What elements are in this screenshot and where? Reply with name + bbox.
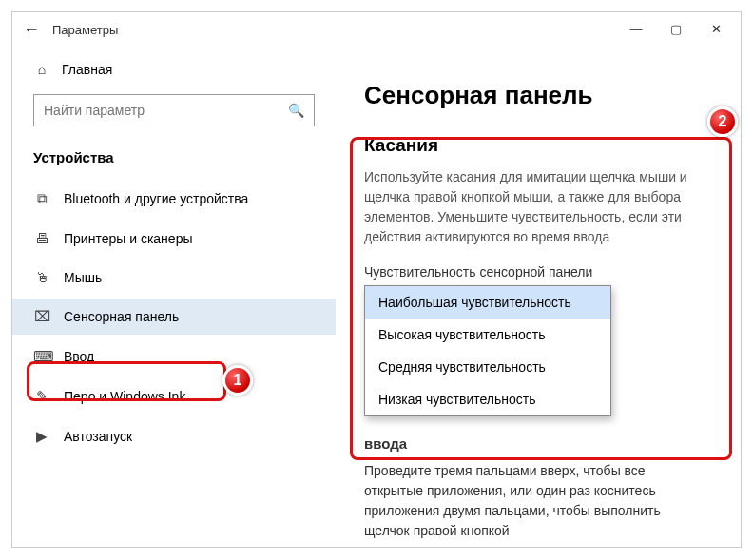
sidebar-item-autoplay[interactable]: ▶ Автозапуск [12, 418, 336, 454]
sidebar-item-label: Ввод [64, 349, 94, 364]
dropdown-label: Чувствительность сенсорной панели [364, 264, 712, 280]
sidebar-nav: ⧉ Bluetooth и другие устройства 🖶 Принте… [12, 179, 336, 456]
maximize-button[interactable]: ▢ [666, 22, 685, 36]
dropdown-option[interactable]: Наибольшая чувствительность [365, 286, 610, 319]
sidebar-item-mouse[interactable]: 🖱 Мышь [12, 260, 336, 295]
sidebar-group-title: Устройства [12, 144, 336, 179]
bluetooth-icon: ⧉ [33, 190, 50, 207]
search-input[interactable] [34, 103, 279, 118]
sidebar-item-label: Принтеры и сканеры [64, 231, 192, 246]
minimize-button[interactable]: ― [627, 22, 646, 36]
back-button[interactable]: ← [20, 20, 43, 40]
sidebar-item-bluetooth[interactable]: ⧉ Bluetooth и другие устройства [12, 181, 336, 217]
swipe-hint: ввода Проведите тремя пальцами вверх, чт… [364, 434, 687, 541]
sidebar-item-typing[interactable]: ⌨ Ввод [12, 338, 336, 375]
mouse-icon: 🖱 [33, 269, 50, 285]
sidebar-item-label: Автозапуск [64, 429, 132, 444]
sidebar-item-label: Мышь [64, 270, 102, 285]
section-title: Касания [364, 135, 712, 156]
sidebar-item-pen[interactable]: ✎ Перо и Windows Ink [12, 378, 336, 415]
printer-icon: 🖶 [33, 230, 50, 246]
titlebar: ← Параметры ― ▢ ✕ [12, 12, 741, 47]
dropdown-option[interactable]: Средняя чувствительность [365, 351, 610, 383]
dropdown-option[interactable]: Высокая чувствительность [365, 319, 610, 351]
page-title: Сенсорная панель [364, 81, 712, 110]
home-icon: ⌂ [33, 62, 50, 77]
swipe-hint-text: Проведите тремя пальцами вверх, чтобы вс… [364, 461, 687, 541]
sidebar-item-touchpad[interactable]: ⌧ Сенсорная панель [12, 299, 336, 335]
pen-icon: ✎ [33, 388, 50, 405]
sidebar-item-label: Bluetooth и другие устройства [64, 191, 248, 206]
sidebar-item-label: Сенсорная панель [64, 309, 179, 324]
window-controls: ― ▢ ✕ [611, 12, 741, 46]
sensitivity-dropdown[interactable]: Наибольшая чувствительность Высокая чувс… [364, 285, 611, 416]
touchpad-icon: ⌧ [33, 308, 50, 325]
keyboard-icon: ⌨ [33, 348, 50, 365]
content-pane: Сенсорная панель Касания Используйте кас… [336, 47, 741, 547]
sidebar: ⌂ Главная 🔍 Устройства ⧉ Bluetooth и дру… [12, 47, 336, 547]
section-description: Используйте касания для имитации щелчка … [364, 167, 687, 247]
swipe-hint-title: ввода [364, 434, 687, 455]
search-icon: 🔍 [279, 103, 314, 118]
window-title: Параметры [52, 23, 118, 37]
autoplay-icon: ▶ [33, 428, 50, 445]
dropdown-option[interactable]: Низкая чувствительность [365, 383, 610, 415]
sidebar-item-label: Перо и Windows Ink [64, 389, 185, 404]
search-input-container[interactable]: 🔍 [33, 94, 315, 126]
sidebar-home-label: Главная [62, 62, 112, 77]
window-body: ⌂ Главная 🔍 Устройства ⧉ Bluetooth и дру… [12, 47, 741, 547]
settings-window: ← Параметры ― ▢ ✕ ⌂ Главная 🔍 Устройства… [11, 11, 742, 548]
sidebar-home[interactable]: ⌂ Главная [12, 54, 336, 85]
sidebar-item-printers[interactable]: 🖶 Принтеры и сканеры [12, 221, 336, 256]
close-button[interactable]: ✕ [706, 22, 725, 36]
